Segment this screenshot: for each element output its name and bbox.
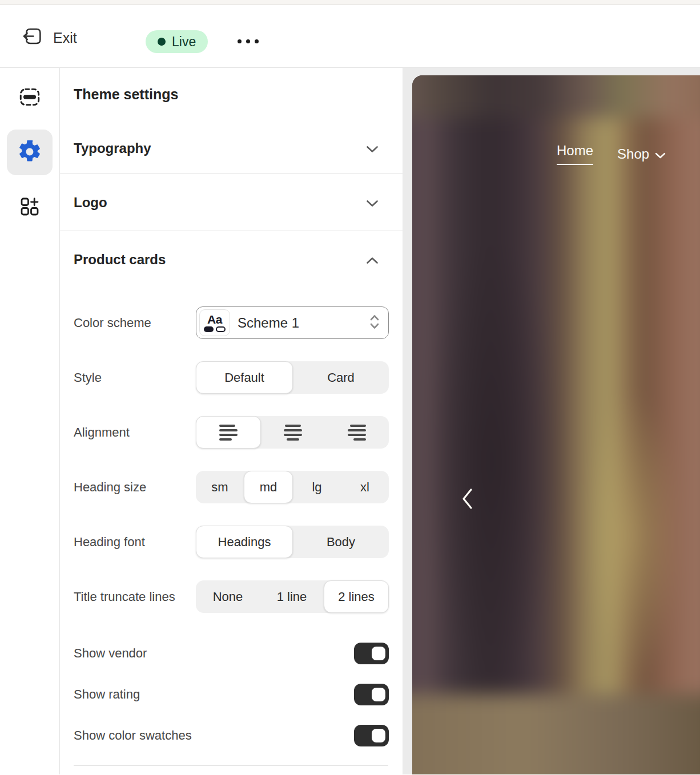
nav-link-shop[interactable]: Shop bbox=[617, 146, 666, 162]
preview-canvas: Home Shop bbox=[403, 68, 700, 774]
toggle-knob bbox=[372, 688, 385, 701]
heading-size-lg[interactable]: lg bbox=[293, 471, 341, 503]
title-truncate-segmented-control: None 1 line 2 lines bbox=[196, 580, 389, 613]
chevron-left-icon bbox=[460, 503, 474, 512]
scheme-thumbnail-icon: Aa bbox=[199, 309, 230, 336]
store-preview: Home Shop bbox=[412, 75, 700, 774]
live-badge[interactable]: Live bbox=[146, 30, 208, 53]
heading-font-row: Heading font Headings Body bbox=[74, 526, 389, 558]
show-rating-row: Show rating bbox=[74, 684, 389, 705]
align-center-icon bbox=[284, 425, 302, 441]
accordion-typography[interactable]: Typography bbox=[60, 123, 403, 174]
exit-button[interactable]: Exit bbox=[22, 26, 77, 50]
editor-sidebar bbox=[0, 68, 60, 774]
nav-home-label: Home bbox=[557, 143, 593, 165]
exit-label: Exit bbox=[53, 30, 77, 46]
live-status-dot-icon bbox=[158, 38, 166, 46]
style-row: Style Default Card bbox=[74, 361, 389, 394]
live-badge-label: Live bbox=[172, 34, 196, 50]
style-label: Style bbox=[74, 368, 176, 387]
accordion-typography-label: Typography bbox=[74, 140, 151, 156]
chevron-up-icon bbox=[366, 252, 379, 268]
dot-icon bbox=[238, 39, 242, 43]
chevron-down-icon bbox=[366, 140, 379, 156]
heading-size-label: Heading size bbox=[74, 478, 176, 497]
heading-size-sm[interactable]: sm bbox=[196, 471, 244, 503]
show-vendor-row: Show vendor bbox=[74, 643, 389, 664]
accordion-logo[interactable]: Logo bbox=[60, 174, 403, 231]
show-vendor-label: Show vendor bbox=[74, 646, 147, 661]
accordion-product-cards[interactable]: Product cards bbox=[60, 231, 403, 288]
color-scheme-label: Color scheme bbox=[74, 313, 176, 332]
dot-icon bbox=[255, 39, 259, 43]
settings-gear-icon bbox=[17, 139, 42, 166]
pill-outline-icon bbox=[216, 326, 226, 332]
color-scheme-select[interactable]: Aa Scheme 1 bbox=[196, 306, 389, 339]
heading-font-label: Heading font bbox=[74, 532, 176, 551]
show-vendor-toggle[interactable] bbox=[354, 643, 389, 664]
heading-size-xl[interactable]: xl bbox=[341, 471, 389, 503]
show-color-swatches-toggle[interactable] bbox=[354, 725, 389, 746]
title-truncate-row: Title truncate lines None 1 line 2 lines bbox=[74, 580, 389, 613]
heading-size-row: Heading size sm md lg xl bbox=[74, 471, 389, 503]
color-scheme-value: Scheme 1 bbox=[238, 315, 369, 331]
toggle-knob bbox=[372, 647, 385, 660]
carousel-prev-button[interactable] bbox=[460, 487, 474, 512]
pill-filled-icon bbox=[204, 326, 214, 332]
sidebar-item-theme-settings[interactable] bbox=[7, 130, 53, 175]
align-right-option[interactable] bbox=[325, 416, 389, 449]
accordion-logo-label: Logo bbox=[74, 195, 107, 211]
heading-font-segmented-control: Headings Body bbox=[196, 526, 389, 558]
apps-icon bbox=[18, 195, 41, 220]
style-segmented-control: Default Card bbox=[196, 361, 389, 394]
heading-size-segmented-control: sm md lg xl bbox=[196, 471, 389, 503]
show-color-swatches-label: Show color swatches bbox=[74, 728, 192, 743]
more-actions-button[interactable] bbox=[238, 33, 259, 50]
style-option-default[interactable]: Default bbox=[196, 361, 293, 394]
align-center-option[interactable] bbox=[261, 416, 325, 449]
section-divider bbox=[74, 765, 388, 766]
sections-icon bbox=[18, 85, 42, 111]
select-updown-icon bbox=[369, 313, 380, 332]
nav-link-home[interactable]: Home bbox=[557, 143, 593, 165]
nav-shop-label: Shop bbox=[617, 146, 649, 162]
style-option-card[interactable]: Card bbox=[293, 361, 389, 394]
heading-size-md[interactable]: md bbox=[244, 471, 293, 503]
title-truncate-label: Title truncate lines bbox=[74, 587, 176, 606]
align-right-icon bbox=[348, 425, 366, 441]
show-rating-toggle[interactable] bbox=[354, 684, 389, 705]
heading-font-headings[interactable]: Headings bbox=[196, 526, 293, 558]
browser-top-strip bbox=[0, 0, 700, 5]
heading-font-body[interactable]: Body bbox=[293, 526, 389, 558]
align-left-icon bbox=[219, 425, 238, 441]
color-scheme-row: Color scheme Aa Scheme 1 bbox=[74, 306, 389, 339]
toggle-knob bbox=[372, 729, 385, 742]
alignment-label: Alignment bbox=[74, 423, 176, 442]
exit-icon bbox=[22, 26, 43, 50]
sidebar-item-sections[interactable] bbox=[7, 75, 53, 120]
theme-settings-panel: Theme settings Typography Logo Product c… bbox=[60, 68, 403, 774]
alignment-segmented-control bbox=[196, 416, 389, 449]
sidebar-item-apps[interactable] bbox=[7, 184, 53, 230]
truncate-none-option[interactable]: None bbox=[196, 580, 260, 613]
dot-icon bbox=[246, 39, 250, 43]
chevron-down-icon bbox=[655, 146, 666, 162]
storefront-nav: Home Shop bbox=[557, 143, 666, 165]
page-title: Theme settings bbox=[74, 86, 178, 103]
truncate-1line-option[interactable]: 1 line bbox=[260, 580, 324, 613]
show-color-swatches-row: Show color swatches bbox=[74, 725, 389, 746]
align-left-option[interactable] bbox=[196, 416, 261, 449]
accordion-product-cards-label: Product cards bbox=[74, 252, 166, 268]
show-rating-label: Show rating bbox=[74, 687, 140, 702]
preview-blurred-image bbox=[412, 75, 700, 774]
alignment-row: Alignment bbox=[74, 416, 389, 449]
truncate-2lines-option[interactable]: 2 lines bbox=[324, 580, 389, 613]
chevron-down-icon bbox=[366, 195, 379, 211]
editor-top-bar: Exit Live bbox=[0, 5, 700, 68]
